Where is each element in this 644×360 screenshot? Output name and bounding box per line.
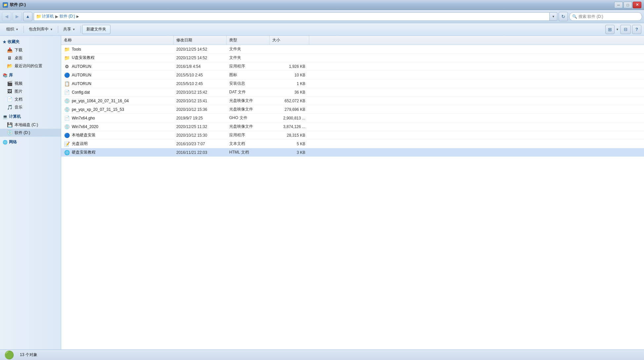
- file-date-cell: 2020/10/12 15:30: [174, 131, 227, 139]
- include-library-button[interactable]: 包含到库中 ▼: [25, 25, 57, 34]
- organize-label: 组织: [6, 26, 14, 32]
- table-row[interactable]: 📁 U盘安装教程 2020/12/25 14:52 文件夹: [61, 54, 644, 62]
- sidebar-section-header-library[interactable]: 📚 库: [0, 71, 61, 79]
- back-button[interactable]: ◀: [2, 12, 11, 21]
- address-bar: ◀ ▶ ▲ 📁 计算机 ▶ 软件 (D:) ▶ ▼ ↻ 🔍: [0, 10, 644, 23]
- file-size-cell: [270, 45, 309, 53]
- file-name: pe_yqs_1064_20_07_31_16_04: [72, 99, 129, 103]
- preview-pane-button[interactable]: ⊟: [620, 25, 631, 34]
- library-label: 库: [9, 72, 13, 78]
- file-name-cell: 📄 Win7x64.gho: [61, 114, 174, 122]
- views-arrow-icon: ▼: [616, 28, 619, 31]
- search-icon: 🔍: [572, 14, 577, 19]
- file-type-cell: 文件夹: [227, 54, 270, 62]
- maximize-button[interactable]: □: [623, 2, 632, 8]
- sidebar-item-music[interactable]: 🎵 音乐: [0, 103, 61, 111]
- file-name: Win7x64_2020: [72, 124, 98, 129]
- file-name: AUTORUN: [72, 64, 91, 69]
- help-button[interactable]: ?: [632, 25, 641, 34]
- file-name-cell: 📋 AUTORUN: [61, 79, 174, 88]
- sidebar-section-header-favorites[interactable]: ★ 收藏夹: [0, 38, 61, 46]
- address-dropdown-button[interactable]: ▼: [549, 12, 557, 21]
- table-row[interactable]: 📝 光盘说明 2016/10/23 7:07 文本文档 5 KB: [61, 140, 644, 148]
- organize-button[interactable]: 组织 ▼: [3, 25, 22, 34]
- downloads-icon: 📥: [7, 47, 13, 53]
- file-size-cell: 36 KB: [270, 88, 309, 96]
- sidebar-section-header-network[interactable]: 🌐 网络: [0, 138, 61, 146]
- file-type-icon: 💿: [64, 124, 70, 130]
- sidebar-item-documents[interactable]: 📄 文档: [0, 95, 61, 103]
- file-name-cell: 💿 Win7x64_2020: [61, 122, 174, 131]
- table-row[interactable]: 📋 AUTORUN 2015/5/10 2:45 安装信息 1 KB: [61, 79, 644, 88]
- table-row[interactable]: 🔵 AUTORUN 2015/5/10 2:45 图标 10 KB: [61, 71, 644, 79]
- library-icon: 📚: [3, 73, 8, 78]
- table-row[interactable]: 🌐 硬盘安装教程 2016/11/21 22:03 HTML 文档 3 KB: [61, 148, 644, 157]
- file-size-cell: 28,315 KB: [270, 131, 309, 139]
- file-name: U盘安装教程: [72, 55, 95, 61]
- file-type-icon: 🔵: [64, 72, 70, 78]
- new-folder-button[interactable]: 新建文件夹: [82, 25, 110, 34]
- file-type-icon: 📝: [64, 141, 70, 147]
- toolbar: 组织 ▼ 包含到库中 ▼ 共享 ▼ 新建文件夹 ⊞ ▼ ⊟ ?: [0, 23, 644, 36]
- share-button[interactable]: 共享 ▼: [60, 25, 79, 34]
- table-row[interactable]: 💿 pe_yqs_1064_20_07_31_16_04 2020/10/12 …: [61, 97, 644, 105]
- table-row[interactable]: ⚙ AUTORUN 2016/1/8 4:54 应用程序 1,926 KB: [61, 62, 644, 71]
- column-header-size[interactable]: 大小: [270, 36, 309, 45]
- toolbar-separator-2: [58, 26, 58, 33]
- table-row[interactable]: 📄 Config.dat 2020/10/12 15:42 DAT 文件 36 …: [61, 88, 644, 97]
- sidebar-item-desktop[interactable]: 🖥 桌面: [0, 54, 61, 62]
- column-header-name[interactable]: 名称: [61, 36, 174, 45]
- pictures-label: 图片: [15, 89, 22, 94]
- file-type-cell: HTML 文档: [227, 148, 270, 157]
- up-button[interactable]: ▲: [23, 12, 32, 21]
- file-date-cell: 2020/10/12 15:41: [174, 97, 227, 105]
- file-date-cell: 2016/10/23 7:07: [174, 140, 227, 148]
- views-button[interactable]: ⊞: [605, 25, 615, 34]
- file-name-cell: 🔵 本地硬盘安装: [61, 131, 174, 139]
- table-row[interactable]: 🔵 本地硬盘安装 2020/10/12 15:30 应用程序 28,315 KB: [61, 131, 644, 140]
- file-name-cell: ⚙ AUTORUN: [61, 62, 174, 70]
- network-icon: 🌐: [3, 140, 8, 145]
- table-row[interactable]: 💿 Win7x64_2020 2020/12/25 11:32 光盘映像文件 3…: [61, 122, 644, 131]
- breadcrumb-computer[interactable]: 计算机: [42, 14, 54, 19]
- file-date-cell: 2020/10/12 15:42: [174, 88, 227, 96]
- sidebar-item-drive-c[interactable]: 💾 本地磁盘 (C:): [0, 121, 61, 129]
- search-input[interactable]: [579, 14, 639, 19]
- forward-button[interactable]: ▶: [13, 12, 22, 21]
- sidebar-item-pictures[interactable]: 🖼 图片: [0, 87, 61, 95]
- sidebar-item-recent[interactable]: 📂 最近访问的位置: [0, 62, 61, 70]
- toolbar-separator-3: [80, 26, 81, 33]
- file-size-cell: 3,874,126 ...: [270, 122, 309, 131]
- sidebar-item-video[interactable]: 🎬 视频: [0, 79, 61, 87]
- file-name-cell: 📄 Config.dat: [61, 88, 174, 96]
- file-type-cell: 光盘映像文件: [227, 105, 270, 113]
- sidebar-item-downloads[interactable]: 📥 下载: [0, 46, 61, 54]
- table-row[interactable]: 📄 Win7x64.gho 2019/9/7 19:25 GHO 文件 2,90…: [61, 114, 644, 122]
- share-arrow-icon: ▼: [72, 28, 75, 31]
- column-header-date[interactable]: 修改日期: [174, 36, 227, 45]
- close-button[interactable]: ✕: [633, 2, 641, 8]
- music-icon: 🎵: [7, 104, 13, 110]
- file-type-icon: 📁: [64, 46, 70, 52]
- minimize-button[interactable]: ─: [614, 2, 623, 8]
- sidebar-item-drive-d[interactable]: 💿 软件 (D:): [0, 129, 61, 137]
- file-name: pe_yqs_xp_20_07_31_15_53: [72, 107, 124, 112]
- column-header-type[interactable]: 类型: [227, 36, 270, 45]
- search-box[interactable]: 🔍: [569, 12, 642, 21]
- refresh-button[interactable]: ↻: [559, 12, 568, 21]
- file-date-cell: 2015/5/10 2:45: [174, 71, 227, 79]
- file-name-cell: 📁 Tools: [61, 45, 174, 53]
- table-row[interactable]: 💿 pe_yqs_xp_20_07_31_15_53 2020/10/12 15…: [61, 105, 644, 114]
- breadcrumb: 📁 计算机 ▶ 软件 (D:) ▶: [34, 12, 550, 21]
- file-rows-container: 📁 Tools 2020/12/25 14:52 文件夹 📁 U盘安装教程 20…: [61, 45, 644, 157]
- pictures-icon: 🖼: [7, 88, 13, 94]
- table-row[interactable]: 📁 Tools 2020/12/25 14:52 文件夹: [61, 45, 644, 54]
- file-type-cell: 图标: [227, 71, 270, 79]
- favorites-icon: ★: [3, 40, 6, 44]
- breadcrumb-drive-d[interactable]: 软件 (D:): [60, 14, 75, 19]
- drive-d-icon: 💿: [7, 130, 13, 136]
- file-type-cell: GHO 文件: [227, 114, 270, 122]
- sidebar-section-header-computer[interactable]: 💻 计算机: [0, 112, 61, 121]
- file-name: Win7x64.gho: [72, 116, 95, 120]
- breadcrumb-dropdown-arrow[interactable]: ▶: [76, 15, 79, 18]
